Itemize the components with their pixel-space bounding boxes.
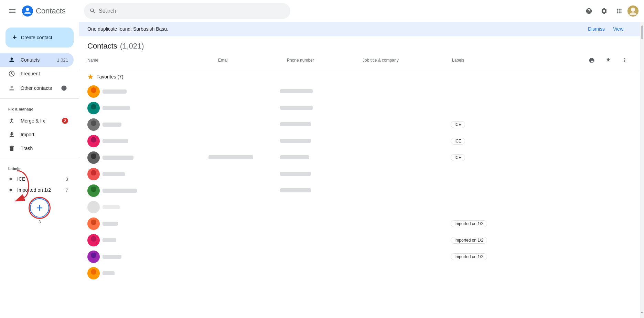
sidebar-other-contacts-label: Other contacts — [21, 85, 52, 91]
svg-point-15 — [91, 153, 96, 159]
avatar — [87, 135, 100, 147]
contact-name-cell — [103, 123, 206, 127]
user-avatar[interactable] — [627, 6, 638, 17]
help-button[interactable] — [582, 4, 596, 18]
scrollbar-thumb[interactable] — [641, 25, 643, 39]
table-row[interactable]: Imported on 1/2 — [79, 215, 640, 232]
contact-phone-cell — [280, 122, 356, 127]
avatar — [87, 85, 100, 98]
table-row[interactable]: Imported on 1/2 — [79, 248, 640, 265]
sidebar-item-merge[interactable]: Merge & fix 2 — [0, 114, 74, 128]
svg-point-17 — [91, 170, 96, 176]
table-row[interactable] — [79, 83, 640, 100]
contact-name-cell — [103, 89, 206, 94]
avatar — [87, 218, 100, 230]
header: Contacts — [0, 0, 644, 22]
svg-point-11 — [91, 120, 96, 126]
contact-labels-cell: Imported on 1/2 — [451, 253, 533, 260]
table-header: Name Email Phone number Job title & comp… — [79, 53, 640, 70]
settings-button[interactable] — [597, 4, 611, 18]
svg-point-4 — [10, 189, 12, 191]
contacts-badge: 1,021 — [57, 57, 68, 63]
contact-name-cell — [103, 156, 206, 160]
scroll-down-indicator[interactable] — [640, 310, 644, 315]
dismiss-link[interactable]: Dismiss — [588, 26, 605, 32]
avatar — [87, 184, 100, 197]
trash-icon — [8, 145, 15, 152]
table-row[interactable] — [79, 166, 640, 182]
svg-point-2 — [631, 8, 635, 12]
contact-phone-cell — [280, 89, 356, 94]
avatar — [87, 102, 100, 114]
imported-badge: Imported on 1/2 — [451, 237, 487, 244]
ice-badge: ICE — [451, 121, 465, 128]
table-row[interactable] — [79, 199, 640, 215]
google-contacts-logo — [22, 6, 33, 17]
sidebar-item-import[interactable]: Import — [0, 128, 74, 141]
contact-phone-cell — [280, 188, 356, 193]
contact-name-blurred — [103, 89, 127, 94]
sidebar-item-frequent[interactable]: Frequent — [0, 67, 74, 81]
notification-bar: One duplicate found: Sarbasish Basu. Dis… — [79, 22, 640, 36]
table-row[interactable]: ICE — [79, 149, 640, 166]
col-email: Email — [218, 58, 287, 63]
trash-label: Trash — [21, 146, 33, 151]
sidebar-item-contacts[interactable]: Contacts 1,021 — [0, 53, 74, 67]
svg-point-9 — [91, 104, 96, 109]
create-contact-button[interactable]: + Create contact — [6, 28, 74, 47]
table-row[interactable] — [79, 182, 640, 199]
contact-name-cell — [103, 255, 206, 259]
scrollbar-track[interactable] — [640, 22, 644, 318]
svg-point-19 — [91, 187, 96, 192]
contact-phone-cell — [280, 171, 356, 177]
contact-name-cell — [103, 139, 206, 143]
create-contact-plus-icon: + — [12, 33, 17, 42]
menu-icon[interactable] — [6, 4, 19, 18]
print-button[interactable] — [585, 53, 599, 67]
table-row[interactable] — [79, 100, 640, 116]
sidebar-label-imported[interactable]: Imported on 1/2 7 — [0, 184, 74, 195]
header-left: Contacts — [6, 4, 81, 18]
search-icon — [89, 8, 96, 14]
add-label-button[interactable] — [30, 198, 49, 218]
sidebar: + Create contact Contacts 1,021 Frequent… — [0, 22, 79, 318]
svg-point-13 — [91, 137, 96, 142]
sidebar-item-trash[interactable]: Trash — [0, 141, 74, 155]
col-name: Name — [87, 58, 218, 63]
notification-text: One duplicate found: Sarbasish Basu. — [87, 26, 582, 32]
label-ice-count: 3 — [66, 177, 68, 182]
page-title: Contacts — [87, 42, 117, 51]
search-bar[interactable] — [84, 3, 290, 19]
contact-phone-cell — [280, 155, 356, 160]
favorites-group-header: Favorites (7) — [79, 70, 640, 83]
fix-manage-label: Fix & manage — [0, 102, 79, 114]
svg-point-22 — [91, 220, 96, 225]
search-input[interactable] — [99, 8, 285, 14]
apps-button[interactable] — [612, 4, 626, 18]
contact-name-cell — [103, 106, 206, 110]
view-link[interactable]: View — [613, 26, 623, 32]
contact-phone-cell — [280, 105, 356, 111]
label-imported-name: Imported on 1/2 — [17, 187, 62, 193]
import-label: Import — [21, 132, 34, 137]
table-row[interactable]: Imported on 1/2 — [79, 232, 640, 248]
table-row[interactable] — [79, 265, 640, 282]
contact-email-cell — [208, 155, 277, 160]
contact-name-cell — [103, 271, 206, 275]
table-row[interactable]: ICE — [79, 133, 640, 149]
export-button[interactable] — [601, 53, 615, 67]
more-options-button[interactable] — [618, 53, 632, 67]
contact-labels-cell: ICE — [451, 138, 533, 145]
contact-phone-cell — [280, 138, 356, 144]
table-row[interactable]: ICE — [79, 116, 640, 133]
sidebar-label-ice[interactable]: ICE 3 — [0, 173, 74, 184]
col-job: Job title & company — [363, 58, 452, 63]
sidebar-item-other-contacts[interactable]: Other contacts — [0, 81, 74, 96]
svg-point-28 — [91, 269, 96, 275]
ice-badge: ICE — [451, 154, 465, 161]
contact-name-cell — [103, 238, 206, 242]
avatar — [87, 234, 100, 246]
other-contacts-icon — [8, 85, 15, 92]
contact-labels-cell: Imported on 1/2 — [451, 237, 533, 244]
other-contacts-info-icon[interactable] — [60, 84, 68, 92]
